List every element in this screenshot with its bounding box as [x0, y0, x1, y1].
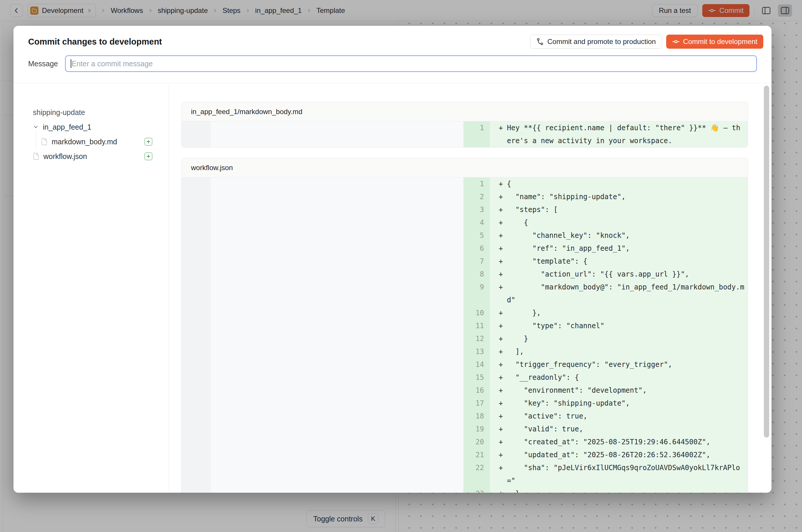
diff-old-gutter — [182, 319, 211, 332]
tree-file-markdown-body[interactable]: markdown_body.md — [33, 134, 169, 149]
diff-old-gutter — [182, 255, 211, 268]
diff-row: 22 + "sha": "pJeLVir6xIlUCMGqs9qroZoUAVD… — [182, 461, 748, 487]
commit-message-row: Message — [28, 55, 763, 72]
diff-line-text: "type": "channel" — [507, 319, 744, 332]
git-branch-icon — [536, 38, 544, 45]
diff-row: 1 + Hey **{{ recipient.name | default: "… — [182, 121, 748, 147]
diff-old-content — [211, 332, 464, 345]
diff-row: 18 + "active": true, — [182, 410, 748, 423]
diff-file-name: workflow.json — [182, 158, 748, 177]
commit-dialog: Commit changes to development Commit and… — [14, 26, 771, 493]
diff-old-content — [211, 487, 464, 493]
diff-line-text: "sha": "pJeLVir6xIlUCMGqs9qroZoUAVDSwA0y… — [507, 461, 744, 487]
tree-root-workflow: shipping-update — [33, 105, 169, 120]
diff-line-number: 22 — [464, 461, 490, 487]
diff-added-line: + "name": "shipping-update", — [490, 190, 748, 203]
diff-panel: workflow.json 1 + { 2 + "name": "shippin… — [181, 158, 748, 493]
diff-row: 7 + "template": { — [182, 255, 748, 268]
diff-old-content — [211, 461, 464, 487]
diff-line-number: 14 — [464, 358, 490, 371]
diff-line-number: 19 — [464, 423, 490, 436]
diff-added-line: + } — [490, 487, 748, 493]
tree-folder-in-app-feed[interactable]: in_app_feed_1 — [33, 120, 169, 134]
diff-old-gutter — [182, 121, 211, 147]
diff-line-text: "__readonly": { — [507, 371, 744, 384]
diff-old-content — [211, 371, 464, 384]
diff-added-line: + } — [490, 332, 748, 345]
diff-line-number: 18 — [464, 410, 490, 423]
diff-plus-sign: + — [499, 345, 507, 358]
diff-area: in_app_feed_1/markdown_body.md 1 + Hey *… — [169, 83, 771, 493]
diff-added-line: + "ref": "in_app_feed_1", — [490, 242, 748, 255]
diff-line-text: ], — [507, 345, 744, 358]
tree-file-workflow-json[interactable]: workflow.json — [33, 149, 169, 164]
diff-old-gutter — [182, 449, 211, 461]
diff-line-text: "template": { — [507, 255, 744, 268]
diff-line-text: "valid": true, — [507, 423, 744, 436]
diff-line-number: 21 — [464, 449, 490, 461]
diff-body: 1 + Hey **{{ recipient.name | default: "… — [182, 121, 748, 147]
diff-line-number: 3 — [464, 203, 490, 216]
diff-old-content — [211, 216, 464, 229]
git-commit-icon — [672, 38, 680, 45]
diff-row: 20 + "created_at": "2025-08-25T19:29:46.… — [182, 436, 748, 449]
diff-line-text: "name": "shipping-update", — [507, 190, 744, 203]
file-icon — [41, 138, 48, 146]
diff-old-gutter — [182, 281, 211, 306]
diff-plus-sign: + — [499, 332, 507, 345]
diff-row: 6 + "ref": "in_app_feed_1", — [182, 242, 748, 255]
diff-plus-sign: + — [499, 216, 507, 229]
diff-line-number: 23 — [464, 487, 490, 493]
diff-panel: in_app_feed_1/markdown_body.md 1 + Hey *… — [181, 102, 748, 148]
diff-line-number: 2 — [464, 190, 490, 203]
diff-old-content — [211, 384, 464, 397]
diff-plus-sign: + — [499, 190, 507, 203]
diff-plus-sign: + — [499, 436, 507, 449]
diff-old-content — [211, 410, 464, 423]
diff-old-content — [211, 255, 464, 268]
diff-plus-sign: + — [499, 319, 507, 332]
diff-plus-sign: + — [499, 371, 507, 384]
diff-old-gutter — [182, 229, 211, 242]
diff-line-number: 1 — [464, 177, 490, 190]
diff-old-gutter — [182, 306, 211, 319]
changed-files-tree: shipping-update in_app_feed_1 markdown_b… — [14, 83, 169, 493]
file-icon — [33, 152, 39, 160]
diff-row: 8 + "action_url": "{{ vars.app_url }}", — [182, 268, 748, 281]
commit-and-promote-button[interactable]: Commit and promote to production — [530, 35, 662, 49]
diff-body: 1 + { 2 + "name": "shipping-update", 3 +… — [182, 177, 748, 493]
commit-to-development-label: Commit to development — [683, 38, 758, 46]
diff-old-gutter — [182, 242, 211, 255]
diff-line-number: 7 — [464, 255, 490, 268]
commit-message-input[interactable] — [65, 55, 757, 72]
diff-row: 2 + "name": "shipping-update", — [182, 190, 748, 203]
diff-line-text: "channel_key": "knock", — [507, 229, 744, 242]
commit-to-development-button[interactable]: Commit to development — [666, 35, 763, 49]
diff-plus-sign: + — [499, 255, 507, 268]
diff-added-line: + Hey **{{ recipient.name | default: "th… — [490, 121, 748, 147]
message-input-wrap — [65, 55, 757, 72]
diff-line-number: 16 — [464, 384, 490, 397]
tree-root-label: shipping-update — [33, 108, 85, 117]
commit-and-promote-label: Commit and promote to production — [547, 38, 656, 46]
diff-old-content — [211, 319, 464, 332]
diff-old-content — [211, 121, 464, 147]
screen: Development Workflows shipping-update St… — [0, 0, 802, 532]
added-file-badge — [145, 152, 152, 160]
diff-line-text: Hey **{{ recipient.name | default: "ther… — [507, 121, 744, 147]
scrollbar-thumb[interactable] — [764, 86, 769, 438]
commit-dialog-body: shipping-update in_app_feed_1 markdown_b… — [14, 83, 771, 493]
diff-line-number: 5 — [464, 229, 490, 242]
dialog-actions: Commit and promote to production Commit … — [530, 35, 763, 49]
diff-file-name: in_app_feed_1/markdown_body.md — [182, 102, 748, 121]
diff-plus-sign: + — [499, 242, 507, 255]
chevron-down-icon — [33, 124, 39, 130]
diff-added-line: + "created_at": "2025-08-25T19:29:46.644… — [490, 436, 748, 449]
plus-icon — [146, 154, 151, 159]
tree-folder-label: in_app_feed_1 — [43, 123, 91, 131]
diff-plus-sign: + — [499, 281, 507, 306]
diff-old-gutter — [182, 203, 211, 216]
diff-added-line: + "updated_at": "2025-08-26T20:26:52.364… — [490, 449, 748, 461]
diff-added-line: + { — [490, 177, 748, 190]
diff-row: 19 + "valid": true, — [182, 423, 748, 436]
